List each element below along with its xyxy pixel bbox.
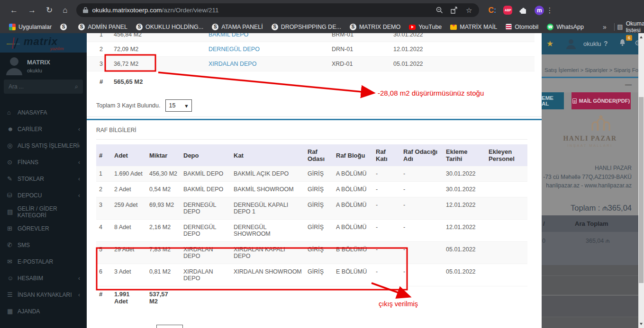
bookmarks-overflow-chevron[interactable]: » — [598, 23, 611, 31]
sidebar-menu-item[interactable]: ✆ SMS — [0, 237, 87, 253]
extension-adblock-icon[interactable]: ABP — [503, 6, 512, 15]
sidebar-menu-item[interactable]: ▦ AJANDA — [0, 303, 87, 319]
bookmark-favicon — [272, 24, 278, 30]
collapse-icon[interactable]: — — [625, 81, 632, 89]
depot-link[interactable]: XIRDALAN DEPO — [209, 61, 256, 67]
search-input[interactable] — [4, 83, 65, 90]
sidebar-menu-item[interactable]: ⌂ ANASAYFA — [0, 104, 87, 121]
bookmark-item[interactable]: WhatsApp — [543, 20, 588, 33]
share-icon[interactable] — [451, 7, 458, 14]
chevron-left-icon: ‹ — [78, 142, 80, 149]
bookmark-item[interactable]: YouTube — [405, 20, 446, 33]
sidebar-menu-item[interactable]: ⛁ DEPOCU ‹ — [0, 187, 87, 204]
sidebar-menu-item[interactable]: ▤ GELİR / GİDER KATEGORİ — [0, 204, 87, 220]
bookmark-favicon — [212, 24, 218, 30]
odeme-al-button[interactable]: EME AL — [542, 92, 564, 109]
bookmark-item[interactable]: MATRIX DEMO — [345, 20, 405, 33]
menu-item-label: DEPOCU — [18, 192, 42, 199]
cell-blok: A BÖLÜMÜ — [333, 166, 373, 182]
sidebar-menu-item[interactable]: ⊙ FİNANS ‹ — [0, 154, 87, 170]
search-icon[interactable]: ⌕ — [75, 83, 78, 90]
bookmark-favicon — [409, 25, 416, 30]
mail-gonder-pdf-button[interactable]: MAİL GÖNDER(PDF) — [571, 92, 631, 109]
extension-puzzle-icon[interactable] — [519, 6, 527, 14]
sidebar-menu-item[interactable]: ☰ İNSAN KAYNAKLARI ‹ — [0, 286, 87, 303]
reload-icon[interactable]: ↻ — [46, 5, 53, 15]
sidebar-menu-item[interactable]: ☺ HESABIM ‹ — [0, 270, 87, 286]
profile-avatar[interactable]: m — [535, 6, 544, 15]
url-bar[interactable]: okuklu.matrixotoerp.com/azn/Order/view/2… — [76, 3, 479, 17]
cell-kat: XIRDALAN KAPALI DEPO — [231, 242, 305, 264]
depot-link[interactable]: BAKMİL DEPO — [209, 33, 248, 38]
bookmark-item[interactable] — [56, 20, 74, 33]
ara-toplam-value: 365,04 ₼ — [586, 238, 609, 245]
bookmark-item[interactable]: OKUKLU HOLDİNG... — [132, 20, 208, 33]
bookmark-item[interactable]: DROPSHIPPING DE... — [267, 20, 345, 33]
bookmark-favicon — [78, 24, 85, 30]
cell-num: 3 — [96, 197, 111, 220]
zoom-icon[interactable] — [436, 7, 443, 14]
backdrop-dark-section — [542, 265, 638, 295]
cell-miktar: 0,54 M2 — [146, 182, 181, 197]
page-size-select[interactable]: 15 ▾ — [165, 99, 192, 112]
user-role: okuklu — [27, 68, 42, 73]
sidebar-menu-item[interactable]: ⊞ GÖREVLER — [0, 220, 87, 237]
bookmark-favicon — [60, 24, 67, 30]
menu-item-label: GÖREVLER — [18, 225, 49, 232]
forward-icon[interactable]: → — [28, 6, 36, 15]
favorites-star-icon[interactable]: ★ — [546, 39, 553, 49]
notifications-bell-icon[interactable] — [619, 39, 626, 46]
cell-miktar: 0,81 M2 — [146, 264, 181, 286]
app-logo[interactable]: matrix yazılım — [0, 33, 87, 53]
scrollbar-thumb[interactable] — [639, 97, 644, 283]
bookmark-star-icon[interactable]: ☆ — [466, 6, 472, 15]
back-icon[interactable]: ← — [10, 6, 18, 15]
topbar-username[interactable]: okuklu — [583, 40, 601, 47]
browser-menu-icon[interactable]: ⋮ — [546, 6, 553, 15]
scrollbar-down-icon[interactable] — [640, 323, 643, 325]
home-icon[interactable]: ⌂ — [63, 6, 67, 15]
cell-odacik: - — [400, 197, 443, 220]
sidebar-menu-item[interactable]: ☻ CARİLER ‹ — [0, 121, 87, 137]
bookmark-item[interactable]: MATRİX MAİL — [446, 20, 501, 33]
depot-link[interactable]: DERNEGÜL DEPO — [209, 46, 260, 53]
menu-item-label: FİNANS — [18, 159, 38, 166]
extension-colorzilla-icon[interactable]: C: — [489, 6, 497, 15]
col-header: Adet — [111, 144, 146, 166]
stock-miktar: 72,09 M2 — [114, 46, 138, 53]
depot-code: DRN-01 — [332, 46, 353, 53]
cell-personel — [486, 166, 527, 182]
scrollbar-up-icon[interactable] — [640, 36, 643, 38]
sidebar-menu-item[interactable]: ✉ E-POSTALAR — [0, 253, 87, 270]
cell-tarih: 30.01.2022 — [443, 166, 486, 182]
sidebar-menu-item[interactable]: ◎ ALIŞ SATIŞ İŞLEMLERİ ‹ — [0, 137, 87, 154]
breadcrumb[interactable]: Satış İşlemleri > Siparişler > Sipariş F… — [544, 67, 638, 73]
menu-item-icon: ▤ — [7, 208, 18, 215]
stock-date: 12.01.2022 — [393, 46, 423, 53]
sidebar-search[interactable]: ⌕ — [4, 80, 83, 94]
bookmark-label: Otomobil — [515, 24, 538, 30]
reading-list-button[interactable]: Okuma listesi — [626, 20, 644, 34]
page-scrollbar[interactable] — [638, 33, 644, 328]
settings-gear-icon[interactable]: ⚙ — [635, 39, 638, 47]
bookmark-item[interactable]: ADMİN PANEL — [74, 20, 132, 33]
menu-item-icon: ⌂ — [7, 109, 18, 116]
page-size-select-bottom[interactable] — [156, 325, 183, 328]
bookmark-item[interactable]: Uygulamalar — [5, 20, 56, 33]
topbar-user-avatar[interactable] — [565, 38, 577, 49]
bookmark-item[interactable]: ATAMA PANELİ — [208, 20, 267, 33]
help-icon[interactable]: ? — [604, 40, 608, 47]
bookmark-label: MATRİX MAİL — [460, 24, 497, 30]
sidebar-menu-item[interactable]: ✎ STOKLAR ‹ — [0, 170, 87, 187]
cell-depo: XIRDALAN DEPO — [181, 264, 231, 286]
bookmark-label: ADMİN PANEL — [88, 24, 127, 30]
cell-personel — [486, 264, 527, 286]
cell-kati: - — [373, 242, 400, 264]
notification-badge: 6 — [626, 35, 632, 41]
section-divider — [87, 119, 542, 120]
col-header: # — [96, 144, 111, 166]
bookmark-label: YouTube — [418, 24, 442, 30]
menu-item-icon: ⊞ — [7, 225, 18, 232]
bookmark-item[interactable]: Otomobil — [501, 20, 543, 33]
logo-mark-icon — [7, 37, 20, 49]
